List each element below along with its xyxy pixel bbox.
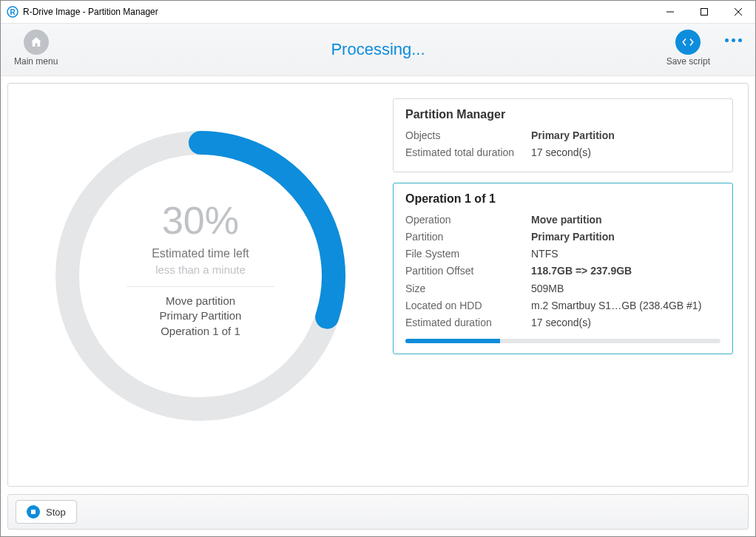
stop-button[interactable]: Stop <box>16 500 77 524</box>
save-script-button[interactable]: Save script <box>666 30 710 67</box>
window-title: R-Drive Image - Partition Manager <box>23 7 158 17</box>
stop-label: Stop <box>46 507 66 518</box>
operation-panel-title: Operation 1 of 1 <box>405 192 720 206</box>
hdd-val: m.2 Smartbuy S1…GB (238.4GB #1) <box>531 297 720 314</box>
op-duration-key: Estimated duration <box>405 314 531 331</box>
estimated-time-label: Estimated time left <box>53 247 348 260</box>
current-operation-lines: Move partition Primary Partition Operati… <box>134 289 267 339</box>
op-key: Operation <box>405 212 531 229</box>
script-icon <box>675 30 701 55</box>
home-icon <box>24 30 49 55</box>
size-key: Size <box>405 280 531 297</box>
summary-objects-val: Primary Partition <box>531 127 720 144</box>
more-menu-button[interactable] <box>725 38 742 42</box>
main-menu-label: Main menu <box>14 56 58 67</box>
summary-duration-val: 17 second(s) <box>531 144 720 161</box>
app-icon: R <box>7 6 18 18</box>
summary-panel-title: Partition Manager <box>405 108 720 121</box>
summary-duration-key: Estimated total duration <box>405 144 531 161</box>
operation-progress-bar <box>405 339 720 343</box>
save-script-label: Save script <box>666 56 710 67</box>
main-menu-button[interactable]: Main menu <box>14 30 58 67</box>
op-line-2: Primary Partition <box>160 309 242 322</box>
stop-icon <box>27 505 40 519</box>
footer-bar: Stop <box>7 494 749 530</box>
svg-text:R: R <box>10 8 16 16</box>
progress-ring: 30% Estimated time left less than a minu… <box>53 128 348 424</box>
fs-val: NTFS <box>531 246 720 263</box>
close-button[interactable] <box>721 1 755 23</box>
partition-val: Primary Partition <box>531 229 720 246</box>
op-duration-val: 17 second(s) <box>531 314 720 331</box>
toolbar: Main menu Processing... Save script <box>1 23 755 76</box>
estimated-time-value: less than a minute <box>53 263 348 276</box>
partition-key: Partition <box>405 229 531 246</box>
operation-panel: Operation 1 of 1 OperationMove partition… <box>393 183 733 354</box>
percent-text: 30% <box>53 198 348 243</box>
offset-val: 118.7GB => 237.9GB <box>531 263 720 280</box>
op-line-3: Operation 1 of 1 <box>161 325 240 337</box>
size-val: 509MB <box>531 280 720 297</box>
processing-title: Processing... <box>331 40 425 59</box>
svg-rect-3 <box>701 9 708 16</box>
maximize-button[interactable] <box>687 1 721 23</box>
summary-panel: Partition Manager ObjectsPrimary Partiti… <box>393 98 733 172</box>
op-line-1: Move partition <box>166 294 235 307</box>
main-panel: 30% Estimated time left less than a minu… <box>7 83 749 487</box>
op-val: Move partition <box>531 212 720 229</box>
minimize-button[interactable] <box>653 1 687 23</box>
hdd-key: Located on HDD <box>405 297 531 314</box>
fs-key: File System <box>405 246 531 263</box>
window-controls <box>653 1 755 23</box>
titlebar: R R-Drive Image - Partition Manager <box>1 1 755 23</box>
offset-key: Partition Offset <box>405 263 531 280</box>
summary-objects-key: Objects <box>405 127 531 144</box>
